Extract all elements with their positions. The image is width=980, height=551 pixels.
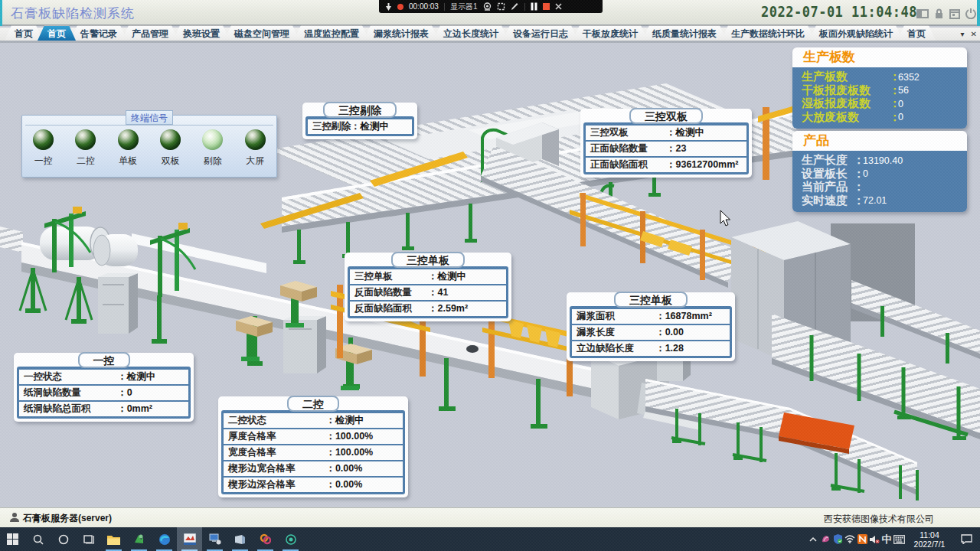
tab-overflow-icon[interactable]: ▾ bbox=[961, 29, 965, 40]
panel-sankong-tichu: 三控剔除 三控剔除：检测中 bbox=[302, 103, 417, 139]
calendar-icon[interactable] bbox=[949, 8, 960, 19]
tray-chevron-icon[interactable] bbox=[807, 527, 819, 551]
row-label: 正面缺陷数量 bbox=[590, 142, 648, 155]
tray-touch-keyboard-icon[interactable] bbox=[893, 527, 905, 551]
tab-edge-length[interactable]: 立边长度统计 bbox=[433, 25, 508, 41]
row-label: 生产长度 bbox=[802, 153, 848, 168]
tab-close-icon[interactable]: ✕ bbox=[971, 29, 977, 40]
row-label: 生产板数 bbox=[802, 70, 848, 84]
color-rings-app-icon[interactable] bbox=[253, 527, 278, 551]
panel-title: 生产板数 bbox=[792, 47, 967, 67]
taskbar-search-icon[interactable] bbox=[25, 527, 51, 551]
cortana-icon[interactable] bbox=[51, 527, 76, 551]
draw-pencil-icon[interactable] bbox=[511, 2, 519, 11]
panel-row: 湿板报废板数：0 bbox=[802, 97, 967, 111]
recorder-monitor-label[interactable]: 显示器1 bbox=[450, 2, 478, 12]
row-value: 56 bbox=[898, 85, 909, 96]
panel-row: 三控单板：检测中 bbox=[350, 269, 506, 284]
tray-volume-muted-icon[interactable] bbox=[868, 527, 880, 551]
region-select-icon[interactable] bbox=[497, 2, 505, 11]
detection-app-icon[interactable] bbox=[177, 527, 202, 551]
panel-toggle-icon[interactable] bbox=[916, 8, 929, 19]
computer-icon[interactable] bbox=[202, 527, 227, 551]
panel-row: 生产板数：6352 bbox=[802, 70, 967, 84]
panel-row: 正面缺陷面积：93612700mm² bbox=[586, 158, 746, 172]
tab-shift-settings[interactable]: 换班设置 bbox=[173, 25, 230, 41]
tab-home-1[interactable]: 首页 bbox=[5, 25, 43, 41]
panel-row: 反面缺陷面积：2.59m² bbox=[350, 302, 506, 316]
signal-label: 双板 bbox=[162, 155, 180, 168]
row-value: 72.01 bbox=[863, 195, 887, 206]
tray-shield-icon[interactable] bbox=[831, 527, 844, 551]
row-value: 检测中 bbox=[361, 120, 390, 133]
row-label: 三控单板 bbox=[354, 270, 393, 283]
signal-lamp-icon bbox=[118, 129, 139, 150]
panel-title: 一控 bbox=[78, 352, 130, 368]
file-explorer-icon[interactable] bbox=[101, 527, 126, 551]
tab-home-3[interactable]: 首页 bbox=[897, 25, 936, 41]
panel-erkong: 二控 二控状态：检测中 厚度合格率：100.00% 宽度合格率：100.00% … bbox=[218, 396, 408, 497]
window-app-icon[interactable] bbox=[227, 527, 253, 551]
signal-lamp-icon bbox=[160, 129, 181, 150]
signal-tichu: 剔除 bbox=[194, 129, 232, 168]
row-value: ：0mm² bbox=[117, 403, 152, 416]
digital-clock: 2022-07-01 11:04:48 bbox=[761, 3, 917, 20]
remote-app-icon[interactable] bbox=[126, 527, 152, 551]
tab-dryboard-scrap[interactable]: 干板放废统计 bbox=[573, 25, 648, 41]
tab-surface-defects[interactable]: 板面外观缺陷统计 bbox=[809, 25, 903, 41]
signal-label: 剔除 bbox=[204, 155, 222, 168]
lock-icon[interactable] bbox=[934, 8, 944, 19]
row-label: 纸洞缺陷数量 bbox=[24, 386, 81, 399]
tab-production-stats[interactable]: 生产数据统计环比 bbox=[721, 25, 815, 41]
tray-ime-indicator[interactable]: 中 bbox=[880, 527, 893, 551]
recorder-close-icon[interactable] bbox=[555, 3, 562, 10]
power-icon[interactable] bbox=[965, 8, 976, 19]
tray-wifi-icon[interactable] bbox=[844, 527, 856, 551]
green-dot-app-icon[interactable] bbox=[278, 527, 303, 551]
tray-npp-icon[interactable] bbox=[856, 527, 868, 551]
start-button[interactable] bbox=[0, 527, 25, 551]
tray-color-icon[interactable] bbox=[819, 527, 831, 551]
taskbar-time: 11:04 bbox=[910, 530, 949, 540]
stop-recording-icon[interactable] bbox=[543, 3, 550, 10]
tab-temp-monitor[interactable]: 温度监控配置 bbox=[294, 25, 369, 41]
tab-slurry-report[interactable]: 漏浆统计报表 bbox=[364, 25, 439, 41]
panel-production-count: 生产板数 生产板数：6352 干板报废板数：56 湿板报废板数：0 大放废板数：… bbox=[792, 47, 967, 129]
row-value: ：100.00% bbox=[325, 446, 373, 459]
edge-browser-icon[interactable] bbox=[152, 527, 177, 551]
server-label: 石膏板服务器(server) bbox=[23, 512, 112, 525]
signal-yikong: 一控 bbox=[24, 129, 63, 168]
row-value: ：0.00% bbox=[325, 478, 362, 491]
row-label: 厚度合格率 bbox=[228, 430, 276, 443]
panel-row: 纸洞缺陷数量：0 bbox=[19, 386, 188, 400]
pin-icon[interactable] bbox=[385, 3, 392, 11]
tab-device-log[interactable]: 设备运行日志 bbox=[503, 25, 578, 41]
row-value: 6352 bbox=[898, 72, 920, 83]
row-label: 三控双板 bbox=[590, 126, 629, 139]
recorder-elapsed: 00:00:03 bbox=[409, 2, 439, 11]
tab-disk-space[interactable]: 磁盘空间管理 bbox=[224, 25, 299, 41]
panel-title: 三控单板 bbox=[614, 292, 688, 308]
taskbar-clock[interactable]: 11:04 2022/7/1 bbox=[910, 530, 949, 549]
tab-alarm-log[interactable]: 告警记录 bbox=[70, 25, 127, 41]
panel-row: 设置板长：0 bbox=[802, 168, 967, 181]
webcam-icon[interactable] bbox=[483, 2, 492, 11]
signal-lamp-icon bbox=[245, 129, 266, 150]
tab-product-mgmt[interactable]: 产品管理 bbox=[122, 25, 178, 41]
electrical-cabinet-1 bbox=[98, 273, 138, 334]
action-center-icon[interactable] bbox=[952, 527, 980, 551]
tab-paper-quality[interactable]: 纸质量统计报表 bbox=[642, 25, 727, 41]
window-edge-right bbox=[977, 0, 980, 26]
row-label: 反面缺陷数量 bbox=[354, 286, 412, 299]
panel-title: 三控双板 bbox=[629, 108, 703, 124]
signal-lamp-icon bbox=[75, 129, 96, 150]
pause-icon[interactable] bbox=[531, 2, 537, 11]
panel-title: 三控剔除 bbox=[323, 102, 397, 118]
row-value: ：100.00% bbox=[325, 430, 373, 443]
row-value: ：0.00% bbox=[325, 462, 362, 475]
separator bbox=[524, 3, 525, 11]
row-value: 0 bbox=[863, 168, 868, 179]
task-view-icon[interactable] bbox=[76, 527, 101, 551]
row-value: ：检测中 bbox=[117, 370, 155, 383]
tab-home-2-active[interactable]: 首页 bbox=[38, 25, 76, 41]
